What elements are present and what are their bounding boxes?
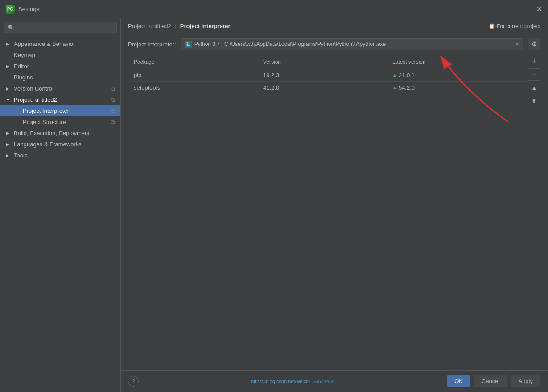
arrow-icon: ▶ xyxy=(6,131,11,136)
sidebar-item-label: Editor xyxy=(14,63,29,70)
search-box[interactable]: 🔍 xyxy=(4,22,117,33)
table-header: Package Version Latest version xyxy=(128,55,527,69)
dropdown-arrow-icon: ▼ xyxy=(515,42,519,47)
sidebar-item-label: Project Structure xyxy=(23,119,66,125)
interpreter-dropdown[interactable]: 🐍 Python 3.7 C:\Users\wdj\AppData\Local\… xyxy=(181,38,523,50)
copy-icon: ⧉ xyxy=(111,97,115,103)
cell-version: 19.2.3 xyxy=(258,69,387,81)
breadcrumb-link-text: For current project xyxy=(497,23,540,29)
sidebar-item-build-execution[interactable]: ▶ Build, Execution, Deployment xyxy=(0,128,120,139)
cell-package: pip xyxy=(128,69,258,81)
settings-dialog: PC Settings ✕ 🔍 ▶ Appearance & Behavior xyxy=(0,0,548,392)
package-table: Package Version Latest version pip 19.2.… xyxy=(128,55,527,363)
app-icon: PC xyxy=(6,5,15,14)
sidebar-nav: ▶ Appearance & Behavior Keymap ▶ Editor … xyxy=(0,37,120,392)
ok-button[interactable]: OK xyxy=(447,375,470,387)
sidebar-item-label: Tools xyxy=(14,152,27,159)
add-package-button[interactable]: + xyxy=(528,55,540,67)
breadcrumb-page: Project Interpreter xyxy=(180,23,231,29)
footer: ? https://blog.csdn.net/weixin_56534434 … xyxy=(121,370,548,392)
right-panel: Project: untitled2 › Project Interpreter… xyxy=(121,18,548,392)
sidebar-item-label: Project Interpreter xyxy=(23,107,69,114)
show-early-releases-button[interactable]: 👁 xyxy=(528,95,540,107)
help-button[interactable]: ? xyxy=(128,376,139,387)
sidebar-item-label: Build, Execution, Deployment xyxy=(14,130,90,136)
breadcrumb-link-icon: 📋 xyxy=(489,23,495,29)
sidebar-item-label: Project: untitled2 xyxy=(14,96,57,103)
copy-icon: ⧉ xyxy=(111,86,115,92)
copy-icon: ⧉ xyxy=(111,119,115,125)
search-input[interactable] xyxy=(17,24,113,31)
window-title: Settings xyxy=(18,6,39,12)
copy-icon: ⧉ xyxy=(111,108,115,114)
breadcrumb-separator: › xyxy=(175,23,177,29)
cell-package: setuptools xyxy=(128,82,258,94)
sidebar-item-project-interpreter[interactable]: Project Interpreter ⧉ xyxy=(0,105,120,116)
sidebar-item-keymap[interactable]: Keymap xyxy=(0,50,120,61)
table-row[interactable]: setuptools 41.2.0 ▲ 54.2.0 xyxy=(128,82,527,94)
interpreter-path: Python 3.7 C:\Users\wdj\AppData\Local\Pr… xyxy=(194,41,512,47)
sidebar-item-project-structure[interactable]: Project Structure ⧉ xyxy=(0,116,120,128)
title-bar-left: PC Settings xyxy=(6,5,39,14)
sidebar-item-appearance[interactable]: ▶ Appearance & Behavior xyxy=(0,38,120,50)
search-icon: 🔍 xyxy=(8,25,15,31)
upgrade-arrow-icon: ▲ xyxy=(392,85,397,90)
arrow-icon: ▶ xyxy=(6,153,11,158)
footer-link[interactable]: https://blog.csdn.net/weixin_56534434 xyxy=(251,379,334,384)
sidebar-item-label: Appearance & Behavior xyxy=(14,41,75,47)
header-latest: Latest version xyxy=(387,55,527,69)
arrow-icon: ▶ xyxy=(6,41,11,46)
arrow-icon: ▶ xyxy=(6,86,11,91)
breadcrumb-project: Project: untitled2 xyxy=(128,23,171,29)
sidebar-item-editor[interactable]: ▶ Editor xyxy=(0,61,120,72)
sidebar-item-label: Keymap xyxy=(14,52,35,58)
interpreter-label: Project Interpreter: xyxy=(128,41,176,48)
breadcrumb: Project: untitled2 › Project Interpreter… xyxy=(121,18,548,33)
sidebar-item-version-control[interactable]: ▶ Version Control ⧉ xyxy=(0,83,120,94)
table-body: pip 19.2.3 ▲ 21.0.1 setuptools 41.2.0 xyxy=(128,69,527,363)
apply-button[interactable]: Apply xyxy=(511,375,540,387)
title-bar: PC Settings ✕ xyxy=(0,0,548,18)
arrow-icon: ▼ xyxy=(6,97,11,102)
sidebar-item-label: Version Control xyxy=(14,85,54,92)
latest-version: 54.2.0 xyxy=(399,84,415,91)
gear-button[interactable]: ⚙ xyxy=(528,38,540,50)
sidebar: 🔍 ▶ Appearance & Behavior Keymap ▶ xyxy=(0,18,121,392)
package-area-wrapper: Package Version Latest version pip 19.2.… xyxy=(128,55,540,363)
latest-version: 21.0.1 xyxy=(399,72,415,78)
upgrade-arrow-icon: ▲ xyxy=(392,73,397,78)
cell-latest: ▲ 21.0.1 xyxy=(387,69,527,81)
arrow-icon: ▶ xyxy=(6,64,11,69)
remove-package-button[interactable]: − xyxy=(528,68,540,81)
sidebar-item-label: Plugins xyxy=(14,74,33,81)
arrow-icon: ▶ xyxy=(6,142,11,147)
sidebar-item-tools[interactable]: ▶ Tools xyxy=(0,150,120,161)
cell-latest: ▲ 54.2.0 xyxy=(387,82,527,94)
python-icon: 🐍 xyxy=(185,41,192,48)
close-button[interactable]: ✕ xyxy=(536,6,542,13)
breadcrumb-link[interactable]: 📋 For current project xyxy=(489,23,540,29)
table-row[interactable]: pip 19.2.3 ▲ 21.0.1 xyxy=(128,69,527,82)
header-version: Version xyxy=(258,55,387,69)
sidebar-item-languages[interactable]: ▶ Languages & Frameworks xyxy=(0,139,120,150)
main-content: 🔍 ▶ Appearance & Behavior Keymap ▶ xyxy=(0,18,548,392)
cancel-button[interactable]: Cancel xyxy=(474,375,507,387)
sidebar-item-plugins[interactable]: Plugins xyxy=(0,72,120,83)
header-package: Package xyxy=(128,55,258,69)
sidebar-item-project-untitled2[interactable]: ▼ Project: untitled2 ⧉ xyxy=(0,94,120,105)
side-actions: + − ▲ 👁 xyxy=(528,55,540,363)
interpreter-row: Project Interpreter: 🐍 Python 3.7 C:\Use… xyxy=(121,33,548,55)
sidebar-item-label: Languages & Frameworks xyxy=(14,141,82,148)
cell-version: 41.2.0 xyxy=(258,82,387,94)
upgrade-package-button[interactable]: ▲ xyxy=(528,82,540,94)
